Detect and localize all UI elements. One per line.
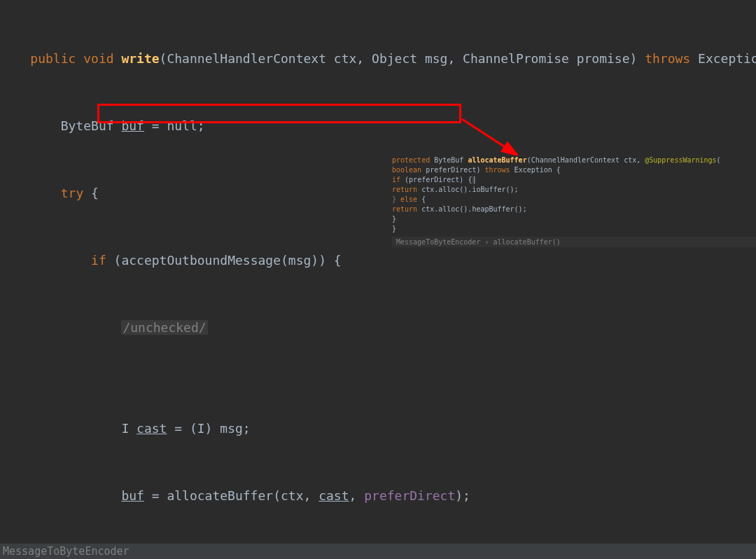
code-line: return ctx.alloc().heapBuffer(); bbox=[392, 205, 756, 214]
code-editor[interactable]: public void write(ChannelHandlerContext … bbox=[0, 0, 756, 544]
code-line: } bbox=[392, 214, 756, 224]
code-line: boolean preferDirect) throws Exception { bbox=[392, 165, 756, 175]
code-line: if (preferDirect) {| bbox=[392, 175, 756, 185]
breadcrumb[interactable]: MessageToByteEncoder bbox=[0, 544, 756, 559]
code-line: /unchecked/ bbox=[0, 319, 756, 336]
code-line: return ctx.alloc().ioBuffer(); bbox=[392, 185, 756, 195]
code-line: ByteBuf buf = null; bbox=[0, 118, 756, 134]
breadcrumb-item[interactable]: MessageToByteEncoder bbox=[3, 545, 130, 558]
code-line: protected ByteBuf allocateBuffer(Channel… bbox=[392, 156, 756, 165]
code-line: } bbox=[392, 224, 756, 234]
code-line: if (acceptOutboundMessage(msg)) { bbox=[0, 252, 756, 269]
code-line: public void write(ChannelHandlerContext … bbox=[0, 50, 756, 67]
definition-popup[interactable]: protected ByteBuf allocateBuffer(Channel… bbox=[392, 156, 756, 234]
definition-popup-breadcrumb[interactable]: MessageToByteEncoder › allocateBuffer() bbox=[392, 237, 756, 247]
code-line: buf = allocateBuffer(ctx, cast, preferDi… bbox=[0, 488, 756, 504]
code-line: I cast = (I) msg; bbox=[0, 420, 756, 437]
code-line: } else { bbox=[392, 195, 756, 205]
